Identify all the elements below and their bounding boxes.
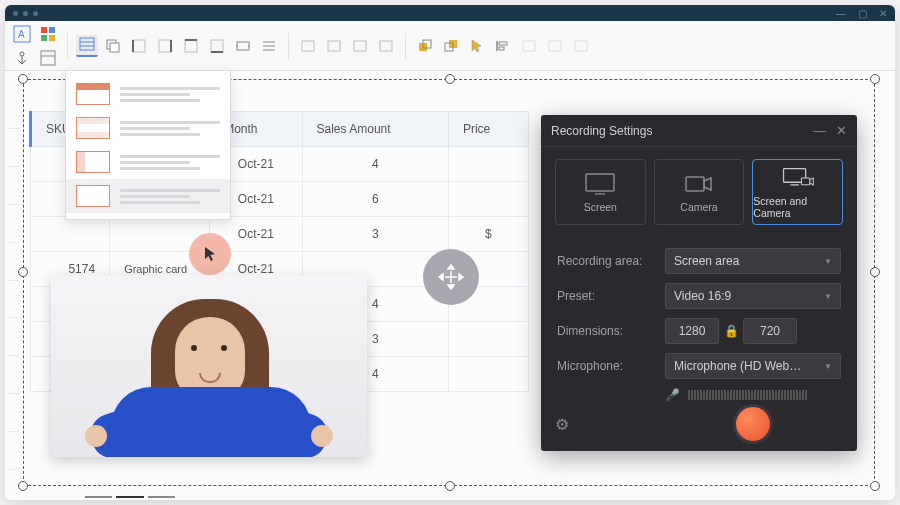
svg-rect-5 — [41, 35, 47, 41]
align-icon[interactable] — [492, 35, 514, 57]
sheet-tab[interactable] — [85, 492, 112, 498]
border-bottom-icon[interactable] — [206, 35, 228, 57]
move-arrows-icon — [436, 262, 466, 292]
ribbon-icon[interactable] — [570, 35, 592, 57]
ribbon-icon[interactable] — [375, 35, 397, 57]
window-dot — [13, 11, 18, 16]
ribbon-icon[interactable] — [323, 35, 345, 57]
border-left-icon[interactable] — [128, 35, 150, 57]
mode-label: Screen and Camera — [753, 195, 842, 219]
preset-select[interactable]: Video 16:9▼ — [665, 283, 841, 309]
minimize-button[interactable]: — — [836, 8, 846, 19]
chevron-down-icon: ▼ — [824, 362, 832, 371]
sheet-tabs[interactable] — [85, 492, 175, 498]
border-right-icon[interactable] — [154, 35, 176, 57]
svg-rect-18 — [185, 40, 197, 52]
svg-rect-13 — [110, 43, 119, 52]
svg-rect-7 — [41, 51, 55, 65]
svg-rect-9 — [80, 38, 94, 50]
resize-handle[interactable] — [18, 74, 28, 84]
style-thumb-icon — [76, 117, 110, 139]
panel-title: Recording Settings — [551, 124, 652, 138]
svg-rect-35 — [499, 42, 507, 45]
record-button[interactable] — [736, 407, 770, 441]
svg-rect-28 — [354, 41, 366, 51]
height-input[interactable]: 720 — [743, 318, 797, 344]
resize-handle[interactable] — [18, 481, 28, 491]
recording-area-select[interactable]: Screen area▼ — [665, 248, 841, 274]
dropdown-item[interactable] — [66, 179, 230, 213]
maximize-button[interactable]: ▢ — [858, 8, 867, 19]
dropdown-item[interactable] — [66, 145, 230, 179]
resize-handle[interactable] — [870, 74, 880, 84]
border-top-icon[interactable] — [180, 35, 202, 57]
sheet-tab[interactable] — [116, 492, 143, 498]
row-header-column — [9, 91, 19, 470]
mode-camera[interactable]: Camera — [654, 159, 745, 225]
selection-border — [23, 79, 24, 479]
resize-handle[interactable] — [870, 267, 880, 277]
window-dot — [23, 11, 28, 16]
column-header[interactable]: Price — [448, 112, 528, 147]
resize-handle[interactable] — [870, 481, 880, 491]
resize-handle[interactable] — [445, 74, 455, 84]
table-style-dropdown[interactable] — [65, 71, 231, 220]
svg-rect-39 — [575, 41, 587, 51]
style-a-icon[interactable]: A — [11, 23, 33, 45]
area-label: Recording area: — [557, 254, 665, 268]
webcam-preview[interactable] — [51, 275, 367, 457]
mode-screen-camera[interactable]: Screen and Camera — [752, 159, 843, 225]
app-window: — ▢ ✕ A — [5, 5, 895, 500]
svg-point-2 — [20, 52, 24, 56]
move-handle[interactable] — [423, 249, 479, 305]
svg-rect-36 — [499, 47, 504, 50]
style-thumb-icon — [76, 185, 110, 207]
send-back-icon[interactable] — [440, 35, 462, 57]
close-panel-button[interactable]: ✕ — [836, 123, 847, 138]
minimize-panel-button[interactable]: — — [813, 123, 826, 138]
svg-rect-20 — [211, 40, 223, 52]
ribbon-icon[interactable] — [349, 35, 371, 57]
sheet-tab[interactable] — [148, 492, 175, 498]
layout-mini-icon[interactable] — [37, 47, 59, 69]
mic-icon: 🎤 — [665, 388, 680, 402]
resize-handle[interactable] — [445, 481, 455, 491]
svg-rect-22 — [237, 42, 249, 50]
pointer-icon[interactable] — [466, 35, 488, 57]
column-header[interactable]: Sales Amount — [302, 112, 448, 147]
dropdown-item[interactable] — [66, 111, 230, 145]
bring-front-icon[interactable] — [414, 35, 436, 57]
anchor-icon[interactable] — [11, 47, 33, 69]
microphone-select[interactable]: Microphone (HD Web…▼ — [665, 353, 841, 379]
dimensions-label: Dimensions: — [557, 324, 665, 338]
copy-icon[interactable] — [102, 35, 124, 57]
ribbon-icon[interactable] — [544, 35, 566, 57]
svg-rect-14 — [133, 40, 145, 52]
table-style-button[interactable] — [76, 35, 98, 57]
ribbon-toolbar: A — [5, 21, 895, 71]
dropdown-item[interactable] — [66, 77, 230, 111]
lock-aspect-icon[interactable]: 🔒 — [719, 324, 743, 338]
close-button[interactable]: ✕ — [879, 8, 887, 19]
svg-rect-27 — [328, 41, 340, 51]
svg-rect-29 — [380, 41, 392, 51]
mode-label: Screen — [584, 201, 617, 213]
design-canvas[interactable]: SKU Month Sales Amount Price Oct-214 Oct… — [5, 71, 895, 500]
svg-text:A: A — [18, 29, 25, 40]
color-swatch-icon[interactable] — [37, 23, 59, 45]
titlebar: — ▢ ✕ — [5, 5, 895, 21]
svg-rect-4 — [49, 27, 55, 33]
selection-border — [874, 79, 875, 479]
screen-icon — [583, 171, 617, 197]
style-thumb-icon — [76, 151, 110, 173]
width-input[interactable]: 1280 — [665, 318, 719, 344]
svg-rect-37 — [523, 41, 535, 51]
ribbon-icon[interactable] — [518, 35, 540, 57]
settings-gear-icon[interactable]: ⚙ — [555, 415, 569, 434]
resize-handle[interactable] — [18, 267, 28, 277]
list-icon[interactable] — [258, 35, 280, 57]
svg-rect-6 — [49, 35, 55, 41]
fit-width-icon[interactable] — [232, 35, 254, 57]
mode-screen[interactable]: Screen — [555, 159, 646, 225]
ribbon-icon[interactable] — [297, 35, 319, 57]
